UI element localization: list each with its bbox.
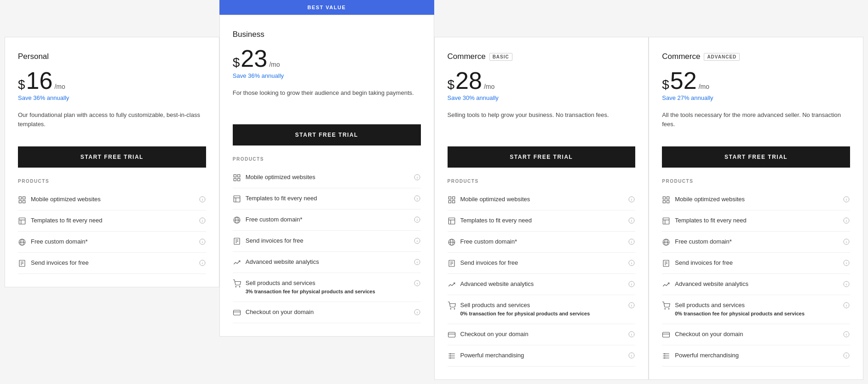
feature-item: Send invoices for free	[448, 253, 636, 274]
plan-price: $ 28 /mo	[448, 69, 636, 93]
info-icon-3[interactable]	[199, 259, 206, 267]
feature-text: Sell products and services 0% transactio…	[460, 301, 590, 318]
info-icon-2[interactable]	[628, 238, 635, 245]
svg-rect-72	[448, 218, 455, 224]
feature-text: Free custom domain*	[246, 215, 303, 224]
svg-rect-33	[234, 196, 240, 202]
info-icon-6[interactable]	[843, 331, 850, 338]
plan-name: Personal	[18, 52, 206, 61]
feature-item: Checkout on your domain	[233, 302, 421, 323]
cta-button[interactable]: START FREE TRIAL	[448, 146, 636, 168]
section-label: PRODUCTS	[233, 157, 421, 162]
feature-left: Templates to fit every need	[18, 216, 195, 225]
info-icon-0[interactable]	[628, 196, 635, 203]
feature-text: Powerful merchandising	[460, 351, 524, 360]
feature-text: Templates to fit every need	[460, 216, 532, 225]
feature-item: Mobile optimized websites	[662, 189, 850, 210]
plan-name: Business	[233, 30, 421, 39]
feature-text: Advanced website analytics	[460, 280, 534, 288]
merch-icon	[662, 352, 670, 360]
info-icon-4[interactable]	[414, 258, 421, 266]
feature-text: Send invoices for free	[460, 259, 518, 267]
feature-item: Templates to fit every need	[18, 210, 206, 232]
info-icon-1[interactable]	[414, 195, 421, 202]
save-link[interactable]: Save 36% annually	[233, 72, 421, 79]
info-icon-0[interactable]	[414, 174, 421, 181]
cta-button[interactable]: START FREE TRIAL	[233, 124, 421, 145]
info-icon-2[interactable]	[843, 238, 850, 245]
feature-item: Templates to fit every need	[662, 210, 850, 232]
checkout-icon	[448, 331, 456, 339]
plan-badge: ADVANCED	[704, 53, 740, 61]
feature-left: Send invoices for free	[233, 237, 410, 245]
plan-card-commerce-basic: Commerce BASIC $ 28 /mo Save 30% annuall…	[434, 37, 649, 380]
feature-left: Free custom domain*	[448, 238, 625, 246]
save-link[interactable]: Save 36% annually	[18, 94, 206, 101]
plan-description: For those looking to grow their audience…	[233, 88, 421, 111]
info-icon-3[interactable]	[843, 259, 850, 267]
price-amount: 28	[455, 69, 482, 93]
feature-subtext: 3% transaction fee for physical products…	[246, 288, 375, 295]
svg-rect-29	[237, 179, 240, 181]
info-icon-7[interactable]	[843, 352, 850, 359]
feature-item: Advanced website analytics	[448, 274, 636, 295]
svg-rect-113	[663, 197, 666, 199]
template-icon	[662, 217, 670, 225]
price-dollar: $	[18, 77, 25, 92]
svg-point-56	[239, 286, 240, 287]
feature-item: Templates to fit every need	[448, 210, 636, 232]
feature-left: Templates to fit every need	[448, 216, 625, 225]
info-icon-5[interactable]	[414, 279, 421, 287]
feature-text: Templates to fit every need	[31, 216, 102, 225]
feature-left: Advanced website analytics	[233, 258, 410, 267]
feature-left: Send invoices for free	[662, 259, 839, 268]
info-icon-5[interactable]	[843, 302, 850, 309]
feature-left: Sell products and services 0% transactio…	[448, 301, 625, 318]
feature-left: Mobile optimized websites	[233, 173, 410, 182]
plan-name: Commerce ADVANCED	[662, 52, 850, 61]
info-icon-1[interactable]	[843, 217, 850, 224]
info-icon-4[interactable]	[628, 280, 635, 288]
save-link[interactable]: Save 30% annually	[448, 94, 636, 101]
info-icon-3[interactable]	[414, 237, 421, 244]
info-icon-7[interactable]	[628, 352, 635, 359]
feature-item: Checkout on your domain	[662, 324, 850, 345]
info-icon-3[interactable]	[628, 259, 635, 267]
invoice-icon	[448, 259, 456, 268]
best-value-banner: BEST VALUE	[219, 0, 434, 15]
svg-point-95	[454, 308, 455, 309]
feature-item: Mobile optimized websites	[18, 189, 206, 210]
info-icon-4[interactable]	[843, 280, 850, 288]
feature-item: Free custom domain*	[18, 232, 206, 253]
checkout-icon	[662, 331, 670, 339]
svg-rect-99	[448, 332, 455, 337]
feature-text: Checkout on your domain	[246, 308, 314, 316]
info-icon-2[interactable]	[414, 216, 421, 223]
cta-button[interactable]: START FREE TRIAL	[662, 146, 850, 168]
checkout-icon	[233, 308, 241, 317]
feature-left: Free custom domain*	[662, 238, 839, 246]
info-icon-2[interactable]	[199, 238, 206, 245]
feature-item: Send invoices for free	[662, 253, 850, 274]
feature-left: Mobile optimized websites	[662, 195, 839, 204]
cta-button[interactable]: START FREE TRIAL	[18, 146, 206, 168]
svg-rect-68	[452, 201, 454, 203]
info-icon-0[interactable]	[843, 196, 850, 203]
feature-left: Checkout on your domain	[233, 308, 410, 317]
info-icon-1[interactable]	[199, 217, 206, 224]
svg-rect-116	[667, 201, 669, 203]
feature-item: Advanced website analytics	[233, 252, 421, 273]
info-icon-0[interactable]	[199, 196, 206, 203]
feature-list: Mobile optimized websites Templates to f…	[233, 167, 421, 323]
invoice-icon	[662, 259, 670, 268]
info-icon-6[interactable]	[628, 331, 635, 338]
feature-text: Free custom domain*	[675, 238, 732, 246]
price-dollar: $	[662, 77, 669, 92]
info-icon-1[interactable]	[628, 217, 635, 224]
feature-left: Send invoices for free	[448, 259, 625, 268]
info-icon-6[interactable]	[414, 308, 421, 316]
analytics-icon	[233, 258, 241, 267]
info-icon-5[interactable]	[628, 302, 635, 309]
save-link[interactable]: Save 27% annually	[662, 94, 850, 101]
invoice-icon	[18, 259, 26, 268]
